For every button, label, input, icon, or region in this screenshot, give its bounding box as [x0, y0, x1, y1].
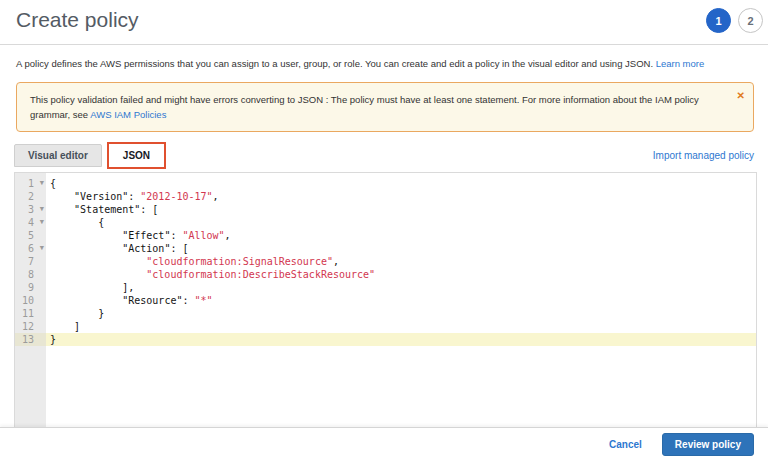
code-string-token: "cloudformation:DescribeStackResource"	[146, 269, 375, 280]
code-line[interactable]: "Effect": "Allow",	[46, 229, 756, 242]
line-number[interactable]: 10	[15, 294, 46, 307]
code-string-token: "cloudformation:SignalResource"	[146, 256, 333, 267]
page-description: A policy defines the AWS permissions tha…	[16, 58, 754, 69]
line-number[interactable]: 6▼	[15, 242, 46, 255]
line-number[interactable]: 12	[15, 320, 46, 333]
line-number[interactable]: 13	[15, 333, 46, 346]
fold-toggle-icon[interactable]: ▼	[40, 177, 44, 190]
review-policy-button[interactable]: Review policy	[662, 433, 754, 456]
description-text: A policy defines the AWS permissions tha…	[16, 58, 656, 69]
code-line[interactable]: {	[46, 177, 756, 190]
code-token: "Action": [	[122, 243, 188, 254]
line-number[interactable]: 4▼	[15, 216, 46, 229]
editor-code-area[interactable]: {"Version": "2012-10-17","Statement": [{…	[46, 173, 756, 428]
line-number[interactable]: 2	[15, 190, 46, 203]
code-line[interactable]: "Resource": "*"	[46, 294, 756, 307]
code-token: ,	[213, 191, 219, 202]
line-number[interactable]: 9	[15, 281, 46, 294]
code-line[interactable]: "Statement": [	[46, 203, 756, 216]
code-token: ],	[122, 282, 134, 293]
code-line[interactable]: }	[46, 333, 756, 346]
fold-toggle-icon[interactable]: ▼	[40, 216, 44, 229]
code-string-token: "2012-10-17"	[140, 191, 212, 202]
import-managed-policy-link[interactable]: Import managed policy	[653, 150, 754, 161]
editor-tabs: Visual editor JSON Import managed policy	[14, 143, 754, 167]
code-token: "Resource":	[122, 295, 194, 306]
banner-aws-iam-policies-link[interactable]: AWS IAM Policies	[90, 109, 166, 120]
footer-bar: Cancel Review policy	[0, 427, 768, 461]
code-token: {	[50, 178, 56, 189]
code-line[interactable]: "Action": [	[46, 242, 756, 255]
step-2-indicator: 2	[738, 8, 763, 33]
line-number[interactable]: 3▼	[15, 203, 46, 216]
code-line[interactable]: }	[46, 307, 756, 320]
cancel-button[interactable]: Cancel	[609, 439, 642, 450]
learn-more-link[interactable]: Learn more	[656, 58, 705, 69]
create-policy-page: Create policy 1 2 A policy defines the A…	[0, 0, 768, 461]
code-line[interactable]: "cloudformation:DescribeStackResource"	[46, 268, 756, 281]
editor-gutter: 1▼23▼4▼56▼78910111213	[15, 173, 46, 428]
code-token: "Statement": [	[74, 204, 158, 215]
tab-json[interactable]: JSON	[110, 145, 163, 166]
code-token: "Version":	[74, 191, 140, 202]
line-number[interactable]: 8	[15, 268, 46, 281]
fold-toggle-icon[interactable]: ▼	[40, 203, 44, 216]
code-string-token: "Allow"	[182, 230, 224, 241]
code-token: {	[98, 217, 104, 228]
step-indicator: 1 2	[706, 8, 763, 33]
code-token: ,	[225, 230, 231, 241]
page-header: Create policy 1 2	[0, 0, 768, 45]
banner-close-icon[interactable]: ✕	[737, 88, 745, 103]
code-line[interactable]: ],	[46, 281, 756, 294]
code-token: ,	[333, 256, 339, 267]
line-number[interactable]: 5	[15, 229, 46, 242]
line-number[interactable]: 1▼	[15, 177, 46, 190]
code-line[interactable]: {	[46, 216, 756, 229]
fold-toggle-icon[interactable]: ▼	[40, 242, 44, 255]
code-token: "Effect":	[122, 230, 182, 241]
code-token: }	[50, 334, 56, 345]
code-string-token: "*"	[194, 295, 212, 306]
code-line[interactable]: "Version": "2012-10-17",	[46, 190, 756, 203]
page-title: Create policy	[16, 8, 139, 32]
line-number[interactable]: 11	[15, 307, 46, 320]
code-token: }	[98, 308, 104, 319]
code-line[interactable]: ]	[46, 320, 756, 333]
step-1-indicator: 1	[706, 8, 731, 33]
line-number[interactable]: 7	[15, 255, 46, 268]
tab-visual-editor[interactable]: Visual editor	[14, 144, 102, 167]
code-token: ]	[74, 321, 80, 332]
code-line[interactable]: "cloudformation:SignalResource",	[46, 255, 756, 268]
validation-error-banner: This policy validation failed and might …	[16, 82, 754, 132]
json-policy-editor[interactable]: 1▼23▼4▼56▼78910111213 {"Version": "2012-…	[14, 172, 757, 429]
